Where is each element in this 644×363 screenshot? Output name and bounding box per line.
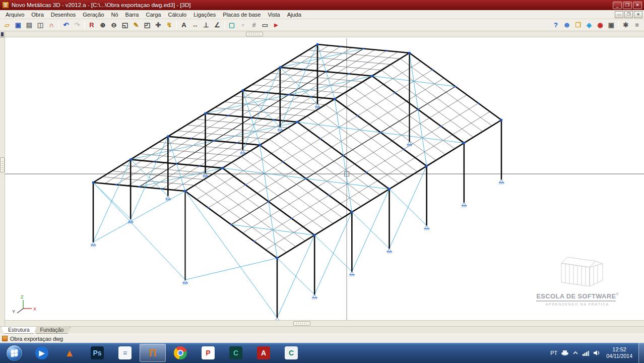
undo-button[interactable]: ↶ — [60, 20, 72, 30]
tabs-container: EstruturaFundação — [1, 327, 67, 334]
toolbar-separator — [58, 21, 59, 29]
menu-bar: ArquivoObraDesenhosGeraçãoNóBarraCargaCá… — [0, 10, 644, 19]
save-button[interactable]: ▣ — [13, 20, 24, 30]
taskbar-metalicas-3d[interactable]: Π — [140, 344, 166, 362]
tray-language[interactable]: PT — [550, 350, 557, 356]
taskbar-pdf-creator-icon: P — [202, 346, 215, 359]
dashed-selection-button[interactable]: ▫ — [237, 20, 248, 30]
viewport-corner-button[interactable] — [0, 31, 5, 38]
toolbar-separator — [224, 21, 225, 29]
network-icon[interactable] — [583, 350, 589, 356]
menu-barra[interactable]: Barra — [122, 11, 143, 19]
taskbar-media-player[interactable]: ▶ — [29, 344, 55, 362]
zoom-out-button[interactable]: ⊖ — [108, 20, 119, 30]
viewport-3d[interactable]: ZXY — [5, 37, 644, 320]
angle-button[interactable]: ∠ — [212, 20, 223, 30]
zoom-extents-button[interactable]: ◰ — [142, 20, 153, 30]
tray-time: 12:52 — [606, 346, 632, 353]
close-button[interactable]: ✕ — [633, 2, 642, 9]
help-button[interactable]: ? — [550, 20, 561, 30]
taskbar-adobe-reader[interactable]: A — [250, 344, 277, 362]
snap-magnet-button[interactable]: ∩ — [46, 20, 57, 30]
taskbar-adobe-reader-icon: A — [257, 346, 270, 359]
capture-button[interactable]: ◉ — [595, 20, 606, 30]
taskbar-pdf-creator[interactable]: P — [195, 344, 221, 362]
svg-text:Z: Z — [21, 294, 24, 299]
start-button[interactable] — [1, 344, 27, 362]
zoom-window-button[interactable]: ◱ — [119, 20, 131, 30]
measure-button[interactable]: ✎ — [131, 20, 142, 30]
menu-obra[interactable]: Obra — [28, 11, 47, 19]
top-scroll-grip[interactable] — [246, 32, 263, 36]
tray-clock[interactable]: 12:52 04/11/2014 — [604, 346, 634, 360]
menu-ajuda[interactable]: Ajuda — [284, 11, 305, 19]
bottom-scroll-grip[interactable] — [293, 321, 310, 326]
web-update-button[interactable]: ⊛ — [561, 20, 572, 30]
taskbar-notepad[interactable]: ≡ — [112, 344, 138, 362]
mdi-window-controls: — ❐ ✕ — [615, 11, 644, 18]
mdi-restore-button[interactable]: ❐ — [624, 11, 633, 18]
watermark-building-sketch — [547, 250, 608, 290]
menu-placas-de-base[interactable]: Placas de base — [219, 11, 264, 19]
vertical-scroll-grip[interactable] — [0, 157, 5, 172]
toolbar-separator — [618, 21, 619, 29]
maximize-button[interactable]: ❐ — [623, 2, 632, 9]
toolbar: ▱▣▤◫∩↶↷R⊕⊖◱✎◰✚↯A↔⊥∠▢▫#▭► ?⊛❒◈◉▣✱≡ — [0, 19, 644, 31]
tab-estrutura[interactable]: Estrutura — [1, 327, 37, 334]
volume-icon[interactable] — [593, 350, 600, 356]
redo-button[interactable]: ↷ — [72, 20, 83, 30]
minimize-button[interactable]: _ — [613, 2, 622, 9]
mdi-minimize-button[interactable]: — — [615, 11, 623, 18]
taskbar-photoshop-icon: Ps — [91, 346, 104, 359]
open-button[interactable]: ▱ — [2, 20, 13, 30]
watermark-subtitle: APRENDENDO NA PRÁTICA — [532, 302, 623, 306]
views-button[interactable]: ◫ — [35, 20, 46, 30]
render-3d-button[interactable]: ❒ — [572, 20, 584, 30]
window-title: Novo Metálicas 3D - v2012.a - [C:\...\Ob… — [12, 2, 613, 8]
regen-button[interactable]: R — [86, 20, 97, 30]
printer-icon[interactable] — [561, 350, 568, 356]
status-bar: Obra exportaçao dwg — [0, 334, 644, 343]
taskbar-media-player-icon: ▶ — [35, 346, 48, 359]
menu-vista[interactable]: Vista — [264, 11, 283, 19]
screen-button[interactable]: ▭ — [260, 20, 271, 30]
work-data-button[interactable]: ▤ — [24, 20, 35, 30]
menu-no[interactable]: Nó — [108, 11, 122, 19]
system-tray: PT 12:52 04/11/2014 — [550, 343, 644, 363]
horizontal-scrollbar-bottom[interactable] — [5, 320, 644, 326]
zoom-in-button[interactable]: ⊕ — [97, 20, 108, 30]
tray-date: 04/11/2014 — [606, 353, 632, 360]
menu-ligacoes[interactable]: Ligações — [190, 11, 219, 19]
menu-geracao[interactable]: Geração — [79, 11, 107, 19]
tools-button[interactable]: ✱ — [620, 20, 631, 30]
taskbar-camtasia-recorder[interactable]: C — [278, 344, 304, 362]
calculate-button[interactable]: ► — [271, 20, 282, 30]
horizontal-scrollbar-top[interactable] — [5, 31, 644, 37]
menu-carga[interactable]: Carga — [142, 11, 164, 19]
textures-button[interactable]: ◈ — [584, 20, 595, 30]
grid-button[interactable]: # — [248, 20, 260, 30]
menu-calculo[interactable]: Cálculo — [164, 11, 190, 19]
pan-button[interactable]: ✚ — [153, 20, 164, 30]
monitor-button[interactable]: ▣ — [606, 20, 617, 30]
taskbar-camtasia-studio[interactable]: C — [223, 344, 249, 362]
text-style-button[interactable]: A — [178, 20, 189, 30]
vertical-scrollbar[interactable] — [0, 31, 5, 326]
show-desktop-button[interactable] — [638, 343, 644, 363]
menu-desenhos[interactable]: Desenhos — [47, 11, 80, 19]
taskbar: ▶▲Ps≡ΠPCAC PT 12:52 04/11/2014 — [0, 343, 644, 363]
taskbar-camtasia-studio-icon: C — [229, 346, 242, 359]
toolbar-separator — [176, 21, 177, 29]
taskbar-chrome[interactable] — [167, 344, 194, 362]
selection-box-button[interactable]: ▢ — [226, 20, 237, 30]
taskbar-photoshop[interactable]: Ps — [84, 344, 110, 362]
refresh-button[interactable]: ↯ — [164, 20, 175, 30]
mdi-close-button[interactable]: ✕ — [634, 11, 642, 18]
ortho-button[interactable]: ⊥ — [201, 20, 212, 30]
taskbar-vlc[interactable]: ▲ — [56, 344, 83, 362]
show-hidden-icons-icon[interactable] — [572, 350, 578, 355]
options-button[interactable]: ≡ — [631, 20, 642, 30]
dimension-button[interactable]: ↔ — [189, 20, 201, 30]
menu-arquivo[interactable]: Arquivo — [2, 11, 28, 19]
tab-fundacao[interactable]: Fundação — [33, 327, 71, 334]
